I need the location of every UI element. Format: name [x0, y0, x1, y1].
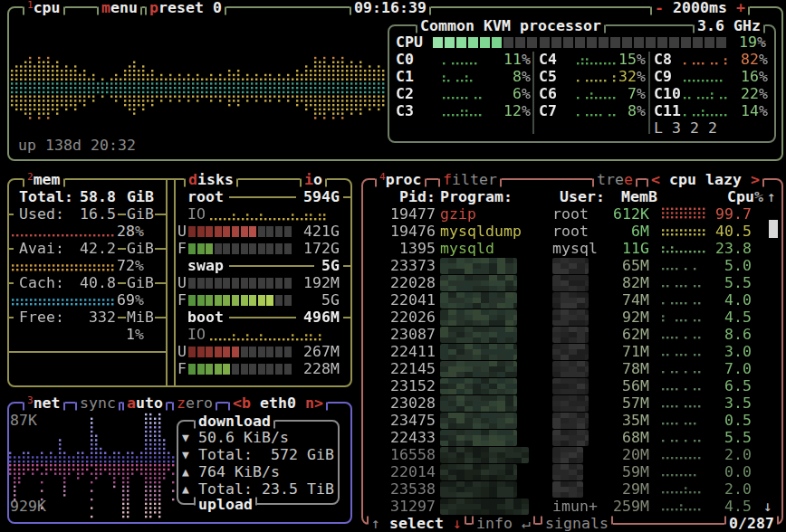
proc-cpu-graph [662, 292, 734, 309]
proc-cpu[interactable]: 5.5 [724, 428, 752, 445]
proc-mem[interactable]: 71M [622, 343, 649, 360]
proc-cpu[interactable]: 4.0 [724, 291, 752, 309]
proc-mem[interactable]: 259M [613, 497, 649, 514]
io-title[interactable]: io [300, 171, 327, 188]
proc-mem[interactable]: 74M [622, 291, 649, 309]
net-interface[interactable]: <b eth0 n> [228, 394, 328, 412]
proc-mem[interactable]: 6M [631, 223, 649, 240]
proc-header-cpu[interactable]: Cpu% [727, 188, 763, 205]
proc-mem[interactable]: 59M [622, 462, 649, 480]
proc-cpu[interactable]: 5.0 [724, 257, 752, 274]
proc-pid[interactable]: 19476 [390, 223, 436, 240]
disk-meter-block [223, 226, 230, 237]
proc-pid[interactable]: 23087 [390, 326, 436, 343]
proc-header-mem[interactable]: MemB [621, 188, 657, 205]
proc-mem[interactable]: 35M [622, 411, 649, 428]
disk-meter-block [258, 364, 265, 375]
mem-stat-label: Free: [19, 309, 64, 326]
proc-footer-signals[interactable]: signals [541, 515, 613, 532]
proc-cpu[interactable]: 6.5 [724, 377, 752, 394]
proc-cpu[interactable]: 7.0 [724, 360, 752, 377]
proc-mem[interactable]: 68M [622, 428, 649, 445]
proc-cpu[interactable]: 2.0 [724, 480, 752, 497]
proc-program[interactable]: mysqld [440, 240, 494, 257]
proc-cpu[interactable]: 8.6 [724, 326, 752, 343]
proc-footer-info[interactable]: info ↵ [472, 515, 535, 532]
proc-pid[interactable]: 1395 [399, 240, 436, 257]
proc-tree-button[interactable]: tree [592, 171, 637, 188]
proc-mem[interactable]: 612K [613, 205, 649, 223]
proc-cpu[interactable]: 99.7 [715, 205, 752, 223]
disk-leader-dash [343, 317, 350, 318]
disk-meter-block [241, 226, 248, 237]
proc-pid[interactable]: 22433 [390, 428, 436, 445]
disk-meter-block [241, 243, 248, 254]
net-zero-button[interactable]: zero [172, 394, 217, 412]
proc-cpu[interactable]: 0.0 [724, 462, 752, 480]
proc-user-redacted [552, 395, 589, 412]
proc-box-title[interactable]: 4proc [375, 171, 427, 188]
proc-user[interactable]: root [552, 205, 589, 223]
cpu-total-meter-block [681, 37, 691, 48]
proc-mem[interactable]: 57M [622, 394, 649, 412]
proc-pid[interactable]: 23538 [390, 480, 436, 497]
proc-pid[interactable]: 22028 [390, 274, 436, 291]
mem-box-title[interactable]: 2mem [23, 171, 65, 188]
proc-pid[interactable]: 22145 [390, 360, 436, 377]
proc-pid[interactable]: 22014 [390, 462, 436, 480]
proc-pid[interactable]: 16558 [390, 445, 436, 462]
core-graph-C3 [443, 103, 524, 119]
proc-mem[interactable]: 20M [622, 445, 649, 462]
proc-pid[interactable]: 23475 [390, 411, 436, 428]
proc-mem[interactable]: 11G [622, 240, 649, 257]
proc-header-program[interactable]: Program: [440, 188, 513, 205]
cpu-box-title[interactable]: 1cpu [23, 0, 65, 16]
proc-cpu[interactable]: 4.5 [724, 309, 752, 326]
proc-header-user[interactable]: User: [560, 188, 605, 205]
proc-program[interactable]: mysqldump [440, 223, 522, 240]
proc-pid[interactable]: 19477 [390, 205, 436, 223]
cpu-total-meter-block [646, 37, 656, 48]
proc-mem[interactable]: 65M [622, 257, 649, 274]
disks-title[interactable]: disks [184, 171, 238, 188]
proc-cpu[interactable]: 40.5 [715, 223, 752, 240]
proc-pid[interactable]: 23028 [390, 394, 436, 412]
proc-cpu[interactable]: 3.0 [724, 343, 752, 360]
proc-user[interactable]: mysql [552, 240, 598, 257]
proc-sort-selector[interactable]: < cpu lazy > [647, 171, 764, 188]
proc-cpu[interactable]: 5.5 [724, 274, 752, 291]
proc-mem[interactable]: 56M [622, 377, 649, 394]
proc-pid[interactable]: 31297 [390, 497, 436, 514]
proc-cpu[interactable]: 2.0 [724, 445, 752, 462]
core-graph-C0 [443, 52, 524, 68]
update-interval[interactable]: - 2000ms + [650, 0, 750, 16]
proc-footer-select[interactable]: ↑ select ↓ [367, 515, 466, 532]
proc-header-pid[interactable]: Pid: [399, 188, 436, 205]
proc-filter-button[interactable]: filter [438, 171, 502, 188]
download-title: download [194, 413, 275, 430]
proc-user[interactable]: root [552, 223, 589, 240]
proc-mem[interactable]: 62M [622, 326, 649, 343]
proc-mem[interactable]: 92M [622, 309, 649, 326]
proc-pid[interactable]: 23152 [390, 377, 436, 394]
proc-scrollbar[interactable] [769, 220, 778, 238]
proc-pid[interactable]: 23373 [390, 257, 436, 274]
proc-pid[interactable]: 22411 [390, 343, 436, 360]
scroll-up-icon[interactable]: ↑ [767, 188, 776, 205]
disk-meter-block [275, 243, 283, 254]
proc-pid[interactable]: 22026 [390, 309, 436, 326]
preset-button[interactable]: preset 0 [145, 0, 226, 16]
proc-cpu[interactable]: 3.5 [724, 394, 752, 412]
proc-user[interactable]: imun+ [552, 497, 598, 514]
proc-cpu[interactable]: 4.5 [724, 497, 752, 514]
disk-meter-block [197, 347, 205, 357]
proc-cpu[interactable]: 0.5 [724, 411, 752, 428]
menu-button[interactable]: menu [97, 0, 142, 16]
proc-pid[interactable]: 22041 [390, 291, 436, 309]
proc-mem[interactable]: 29M [622, 480, 649, 497]
proc-mem[interactable]: 78M [622, 360, 649, 377]
scroll-down-icon[interactable]: ↓ [763, 498, 772, 515]
proc-program[interactable]: gzip [440, 205, 476, 223]
proc-mem[interactable]: 82M [622, 274, 649, 291]
proc-cpu[interactable]: 23.8 [715, 240, 752, 257]
